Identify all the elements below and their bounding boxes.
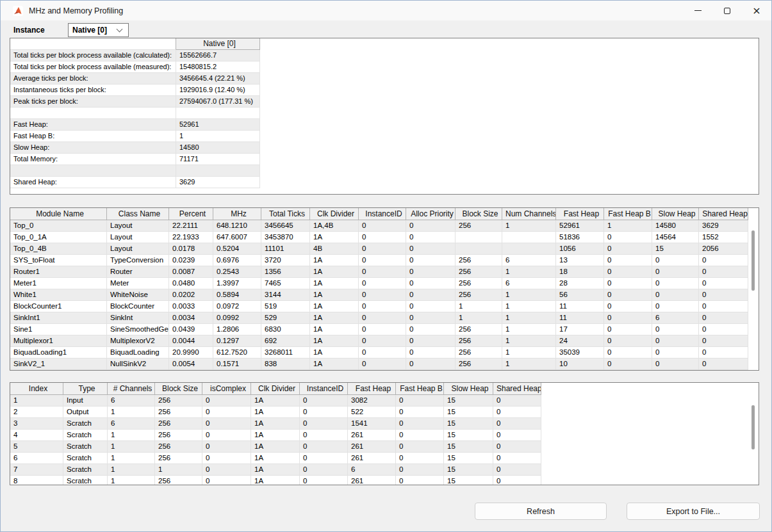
table-cell: 0 <box>406 324 456 335</box>
table-cell: 17 <box>556 324 604 335</box>
table-cell: Meter1 <box>10 278 107 289</box>
table-cell: 18 <box>556 266 604 278</box>
table-cell: 6 <box>10 453 63 464</box>
table-cell: 1 <box>108 464 155 476</box>
table-cell: 1 <box>108 430 155 441</box>
refresh-button[interactable]: Refresh <box>475 503 607 520</box>
table-cell: Layout <box>107 232 169 243</box>
instance-dropdown[interactable]: Native [0] <box>68 23 129 37</box>
table-row[interactable]: 2Output125601A05220150 <box>10 407 541 418</box>
table-cell <box>176 165 260 177</box>
table-cell: 692 <box>261 335 310 347</box>
table-row[interactable]: Meter1Meter0.04801.399774651A00256628000 <box>10 278 748 289</box>
table-cell: 0 <box>604 347 652 359</box>
table-row[interactable]: Sine1SineSmoothedGen0.04391.280668301A00… <box>10 324 748 335</box>
table-row[interactable]: BiquadLoading1BiquadLoading20.9990612.75… <box>10 347 748 359</box>
table-cell: 0 <box>699 324 748 335</box>
table-row[interactable]: 5Scratch125601A02610150 <box>10 441 541 453</box>
export-to-file-button[interactable]: Export to File... <box>627 503 760 520</box>
table-cell: 1A <box>310 347 359 359</box>
table-row[interactable]: 1Input625601A030820150 <box>10 395 541 407</box>
column-header: Shared Heap <box>493 383 541 395</box>
table-cell: 647.6007 <box>213 232 261 243</box>
table-row[interactable]: SinkInt1SinkInt0.00340.09925291A00111106… <box>10 312 748 324</box>
table-row[interactable]: Top_0_1ALayout22.1933647.600734538701A00… <box>10 232 748 243</box>
table-cell: 1929016.9 (12.40 %) <box>176 85 260 96</box>
table-cell: 1 <box>502 324 556 335</box>
modules-scrollbar[interactable] <box>751 230 755 291</box>
table-cell: 838 <box>261 359 310 370</box>
table-cell <box>10 108 176 119</box>
table-cell: 0 <box>493 430 541 441</box>
table-cell: 7465 <box>261 278 310 289</box>
table-row[interactable]: 6Scratch125601A02610150 <box>10 453 541 464</box>
minimize-icon[interactable] <box>683 1 712 20</box>
title-bar: MHz and Memory Profiling × <box>1 1 771 20</box>
table-cell: 0 <box>493 395 541 407</box>
table-row[interactable]: BlockCounter1BlockCounter0.00330.0972519… <box>10 301 748 312</box>
table-row[interactable]: Top_0Layout22.2111648.121034566451A,4B00… <box>10 220 748 232</box>
table-cell: 1A <box>251 453 300 464</box>
table-cell: 256 <box>456 335 502 347</box>
table-row[interactable]: Top_0_4BLayout0.01780.5204111014B0010560… <box>10 243 748 255</box>
table-row[interactable]: SinkV2_1NullSinkV20.00540.15718381A00256… <box>10 359 748 370</box>
table-cell: MultiplexorV2 <box>107 335 169 347</box>
table-cell: 3629 <box>699 220 748 232</box>
table-cell: 15480815.2 <box>176 61 260 73</box>
table-row[interactable]: 4Scratch125601A02610150 <box>10 430 541 441</box>
table-cell: SinkInt <box>107 312 169 324</box>
table-cell: 10 <box>556 359 604 370</box>
table-cell: 0.0034 <box>169 312 213 324</box>
buffers-scrollbar[interactable] <box>751 405 755 449</box>
table-cell: 35039 <box>556 347 604 359</box>
table-cell: 1 <box>604 220 652 232</box>
column-header: Fast Heap <box>556 208 604 220</box>
table-cell: 2056 <box>699 243 748 255</box>
table-cell: 0 <box>359 301 406 312</box>
table-cell: 0 <box>300 395 348 407</box>
table-cell: 1 <box>456 301 502 312</box>
table-row[interactable]: Router1Router0.00870.254313561A002561180… <box>10 266 748 278</box>
table-cell: 256 <box>456 255 502 266</box>
table-row[interactable]: White1WhiteNoise0.02020.589431441A002561… <box>10 289 748 301</box>
table-cell: 1 <box>502 301 556 312</box>
table-cell: WhiteNoise <box>107 289 169 301</box>
table-cell: 0 <box>493 453 541 464</box>
table-cell: 1A <box>310 324 359 335</box>
table-row[interactable]: 8Scratch125601A02610150 <box>10 476 541 485</box>
table-cell: Top_0_1A <box>10 232 107 243</box>
table-cell: 519 <box>261 301 310 312</box>
column-header: Module Name <box>10 208 107 220</box>
table-cell: 0 <box>652 301 699 312</box>
table-cell: 27594067.0 (177.31 %) <box>176 96 260 108</box>
table-cell: 256 <box>456 220 502 232</box>
table-cell: Total ticks per block process available … <box>10 61 176 73</box>
table-cell <box>456 243 502 255</box>
table-cell: 0 <box>359 255 406 266</box>
column-header: Fast Heap B <box>604 208 652 220</box>
table-cell: BiquadLoading1 <box>10 347 107 359</box>
table-cell: 0 <box>604 359 652 370</box>
table-cell: 1A <box>251 395 300 407</box>
table-row[interactable]: 7Scratch1101A060150 <box>10 464 541 476</box>
table-cell: 3268011 <box>261 347 310 359</box>
column-header: Class Name <box>107 208 169 220</box>
table-cell: Scratch <box>63 464 108 476</box>
close-icon[interactable]: × <box>742 1 771 20</box>
table-cell: 1A <box>251 441 300 453</box>
table-cell: Sine1 <box>10 324 107 335</box>
table-cell: 1.2806 <box>213 324 261 335</box>
table-cell: Input <box>63 395 108 407</box>
table-row[interactable]: 3Scratch625601A015410150 <box>10 418 541 430</box>
table-row[interactable]: Multiplexor1MultiplexorV20.00440.1297692… <box>10 335 748 347</box>
table-row[interactable]: SYS_toFloatTypeConversion0.02390.6976372… <box>10 255 748 266</box>
instance-dropdown-value: Native [0] <box>72 26 117 35</box>
table-cell: 1 <box>502 347 556 359</box>
maximize-icon[interactable] <box>712 1 742 20</box>
table-cell: 0.6976 <box>213 255 261 266</box>
table-cell: 1 <box>502 312 556 324</box>
table-cell: NullSinkV2 <box>107 359 169 370</box>
column-header: Clk Divider <box>251 383 300 395</box>
column-header: InstanceID <box>300 383 348 395</box>
table-cell: SinkInt1 <box>10 312 107 324</box>
